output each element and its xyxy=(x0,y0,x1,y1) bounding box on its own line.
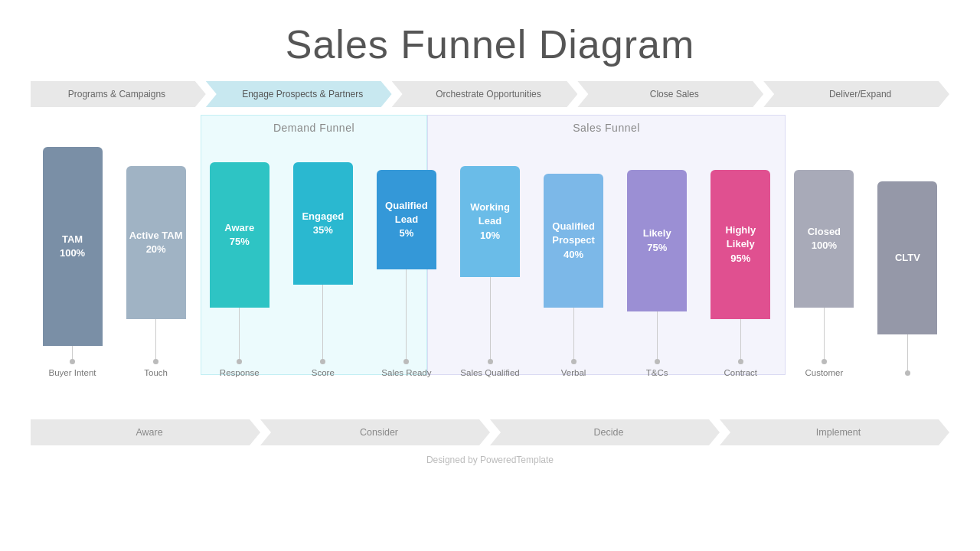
connector-9 xyxy=(824,308,825,361)
bottom-chevron-bar: Aware Consider Decide Implement xyxy=(31,419,949,445)
col-wrapper-1: Active TAM20%Touch xyxy=(114,166,198,379)
top-chevron-bar: Programs & Campaigns Engage Prospects & … xyxy=(31,81,949,107)
connector-10 xyxy=(907,334,908,373)
bottom-label-2: Response xyxy=(220,367,260,379)
connector-2 xyxy=(239,308,240,361)
bottom-label-1: Touch xyxy=(144,367,168,379)
bottom-label-4: Sales Ready xyxy=(381,367,431,379)
connector-3 xyxy=(322,285,323,361)
columns: TAM100%Buyer IntentActive TAM20%TouchAwa… xyxy=(31,115,949,413)
bottom-label-5: Sales Qualified xyxy=(460,367,519,379)
connector-8 xyxy=(740,319,741,361)
bar-3: Engaged35% xyxy=(293,162,353,285)
col-wrapper-4: Qualified Lead5%Sales Ready xyxy=(364,170,448,379)
bottom-chevron-aware: Aware xyxy=(31,419,260,445)
bar-8: Highly Likely95% xyxy=(710,170,770,319)
col-wrapper-5: Working Lead10%Sales Qualified xyxy=(448,166,531,379)
connector-0 xyxy=(72,346,73,361)
connector-1 xyxy=(155,319,156,361)
col-wrapper-3: Engaged35%Score xyxy=(281,162,364,379)
bottom-label-6: Verbal xyxy=(561,367,586,379)
footer-text: Designed by PoweredTemplate xyxy=(0,455,980,465)
col-wrapper-0: TAM100%Buyer Intent xyxy=(31,147,114,379)
bottom-label-0: Buyer Intent xyxy=(49,367,96,379)
chevron-close: Close Sales xyxy=(577,81,763,107)
col-wrapper-8: Highly Likely95%Contract xyxy=(699,170,782,379)
bar-4: Qualified Lead5% xyxy=(377,170,436,269)
bar-5: Working Lead10% xyxy=(460,166,520,277)
bar-2: Aware75% xyxy=(210,162,270,308)
connector-7 xyxy=(657,311,658,361)
bottom-label-8: Contract xyxy=(724,367,757,379)
bar-6: Qualified Prospect40% xyxy=(544,174,603,308)
bottom-chevron-decide: Decide xyxy=(490,419,720,445)
bottom-chevron-implement: Implement xyxy=(720,419,949,445)
connector-5 xyxy=(490,277,491,361)
chevron-deliver: Deliver/Expand xyxy=(763,81,949,107)
col-wrapper-6: Qualified Prospect40%Verbal xyxy=(532,174,616,379)
connector-6 xyxy=(573,308,574,361)
chart-area: Demand Funnel Sales Funnel TAM100%Buyer … xyxy=(31,115,949,413)
bar-9: Closed100% xyxy=(794,170,854,308)
bar-1: Active TAM20% xyxy=(126,166,186,319)
col-wrapper-9: Closed100%Customer xyxy=(782,170,866,379)
chevron-engage: Engage Prospects & Partners xyxy=(206,81,392,107)
bottom-chevron-consider: Consider xyxy=(260,419,490,445)
col-wrapper-10: CLTV xyxy=(866,181,949,379)
chevron-programs: Programs & Campaigns xyxy=(31,81,206,107)
bar-0: TAM100% xyxy=(43,147,103,346)
bottom-label-3: Score xyxy=(312,367,335,379)
bar-10: CLTV xyxy=(877,181,937,334)
connector-4 xyxy=(406,269,407,361)
col-wrapper-7: Likely75%T&Cs xyxy=(616,170,699,379)
col-wrapper-2: Aware75%Response xyxy=(198,162,281,379)
page-title: Sales Funnel Diagram xyxy=(0,0,980,67)
bottom-label-7: T&Cs xyxy=(646,367,668,379)
bottom-label-9: Customer xyxy=(805,367,843,379)
chevron-orchestrate: Orchestrate Opportunities xyxy=(392,81,578,107)
bar-7: Likely75% xyxy=(627,170,687,311)
